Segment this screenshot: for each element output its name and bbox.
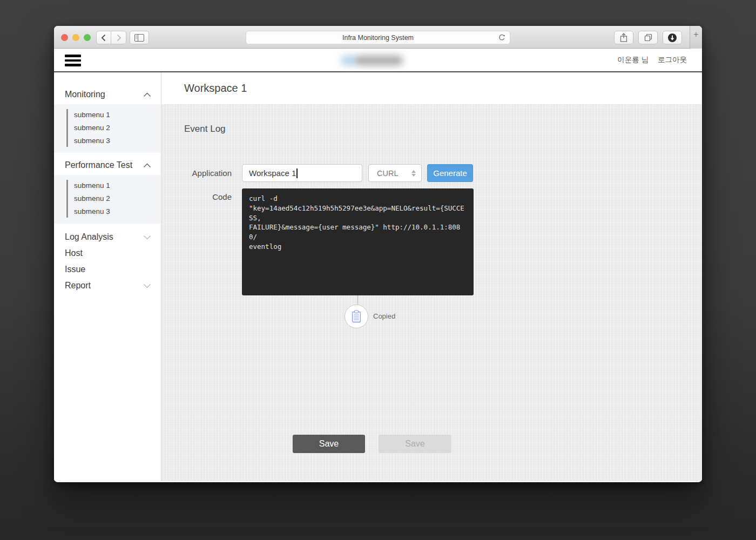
sidebar-subitem[interactable]: submenu 3 bbox=[54, 134, 161, 147]
tabs-icon bbox=[644, 33, 652, 42]
sidebar-item-performance-test[interactable]: Performance Test bbox=[54, 157, 161, 173]
sidebar-item-issue[interactable]: Issue bbox=[54, 261, 161, 278]
new-tab-button[interactable]: + bbox=[690, 26, 702, 49]
sidebar-item-label: Monitoring bbox=[65, 90, 105, 99]
save-button-disabled[interactable]: Save bbox=[379, 435, 451, 453]
save-button[interactable]: Save bbox=[293, 435, 365, 453]
sidebar-subitem[interactable]: submenu 3 bbox=[54, 205, 161, 218]
toolbar-right-buttons bbox=[614, 31, 682, 44]
sidebar-subitem[interactable]: submenu 1 bbox=[54, 109, 161, 122]
chevron-right-icon bbox=[116, 33, 122, 42]
clipboard-icon bbox=[351, 310, 362, 323]
generate-button[interactable]: Generate bbox=[427, 164, 473, 182]
copy-button[interactable] bbox=[345, 305, 368, 328]
sidebar-toggle-button[interactable] bbox=[130, 31, 149, 44]
sidebar-item-label: Issue bbox=[65, 265, 85, 274]
browser-window: Infra Monitoring System bbox=[54, 26, 702, 482]
hamburger-bar bbox=[65, 64, 81, 66]
reload-icon bbox=[498, 33, 506, 42]
sidebar-item-label: Log Analysis bbox=[65, 232, 113, 242]
plus-icon: + bbox=[693, 30, 698, 39]
connector-line bbox=[357, 295, 358, 305]
sidebar-subitem[interactable]: submenu 2 bbox=[54, 122, 161, 134]
sidebar-panel-icon bbox=[134, 34, 144, 42]
forward-button[interactable] bbox=[111, 31, 126, 44]
page-canvas: Event Log Application Workspace 1 CURL G… bbox=[161, 104, 702, 481]
chevron-down-icon bbox=[143, 235, 151, 240]
main-panel: Workspace 1 Event Log Application Worksp… bbox=[161, 72, 702, 481]
code-label: Code bbox=[161, 192, 232, 201]
share-icon bbox=[620, 33, 627, 42]
copied-label: Copied bbox=[373, 312, 395, 320]
sidebar-item-monitoring[interactable]: Monitoring bbox=[54, 86, 161, 103]
back-button[interactable] bbox=[96, 31, 111, 44]
address-bar-title: Infra Monitoring System bbox=[342, 34, 414, 42]
format-select[interactable]: CURL bbox=[368, 164, 422, 182]
hamburger-bar bbox=[65, 59, 81, 62]
submenu-indicator-bar bbox=[66, 180, 68, 218]
minimize-window-button[interactable] bbox=[72, 34, 79, 41]
traffic-lights bbox=[61, 26, 91, 49]
content-area: Monitoring submenu 1 submenu 2 submenu 3… bbox=[54, 72, 702, 481]
user-links: 이운룡 님 로그아웃 bbox=[617, 49, 687, 71]
submenu-monitoring: submenu 1 submenu 2 submenu 3 bbox=[54, 104, 161, 153]
submenu-indicator-bar bbox=[66, 109, 68, 147]
sidebar-item-label: Performance Test bbox=[65, 160, 132, 170]
select-stepper-icon bbox=[411, 170, 416, 177]
browser-titlebar: Infra Monitoring System bbox=[54, 26, 702, 49]
sidebar-subitem[interactable]: submenu 1 bbox=[54, 179, 161, 192]
download-icon bbox=[667, 33, 677, 43]
logout-link[interactable]: 로그아웃 bbox=[658, 55, 687, 65]
share-button[interactable] bbox=[614, 31, 633, 44]
page-title-band: Workspace 1 bbox=[161, 72, 702, 104]
application-label: Application bbox=[161, 164, 232, 182]
chevron-up-icon bbox=[143, 92, 151, 97]
sidebar-item-label: Host bbox=[65, 248, 83, 258]
tab-overview-button[interactable] bbox=[638, 31, 658, 44]
app-header: 이운룡 님 로그아웃 bbox=[54, 49, 702, 72]
nav-buttons bbox=[96, 31, 126, 44]
app-logo-blurred bbox=[340, 52, 416, 69]
code-block[interactable]: curl -d "key=14aed54c12h519h5h5297ee3e&a… bbox=[242, 188, 474, 295]
sidebar-item-label: Report bbox=[65, 281, 91, 291]
text-caret bbox=[296, 168, 298, 178]
sidebar: Monitoring submenu 1 submenu 2 submenu 3… bbox=[54, 72, 161, 481]
sidebar-item-host[interactable]: Host bbox=[54, 245, 161, 261]
sidebar-item-log-analysis[interactable]: Log Analysis bbox=[54, 229, 161, 245]
page-title: Workspace 1 bbox=[184, 82, 247, 94]
close-window-button[interactable] bbox=[61, 34, 68, 41]
format-select-value: CURL bbox=[377, 169, 398, 178]
sidebar-item-report[interactable]: Report bbox=[54, 278, 161, 294]
code-text: curl -d "key=14aed54c12h519h5h5297ee3e&a… bbox=[249, 194, 467, 252]
hamburger-menu-button[interactable] bbox=[65, 55, 81, 69]
application-input[interactable]: Workspace 1 bbox=[242, 164, 362, 182]
application-input-value: Workspace 1 bbox=[249, 168, 296, 178]
downloads-button[interactable] bbox=[663, 31, 682, 44]
zoom-window-button[interactable] bbox=[84, 34, 91, 41]
section-title: Event Log bbox=[184, 124, 226, 134]
username-link[interactable]: 이운룡 님 bbox=[617, 55, 649, 65]
chevron-down-icon bbox=[143, 284, 151, 288]
hamburger-bar bbox=[65, 55, 81, 57]
chevron-left-icon bbox=[100, 33, 107, 42]
chevron-up-icon bbox=[143, 163, 151, 168]
address-bar[interactable]: Infra Monitoring System bbox=[246, 31, 510, 44]
submenu-performance-test: submenu 1 submenu 2 submenu 3 bbox=[54, 175, 161, 224]
sidebar-subitem[interactable]: submenu 2 bbox=[54, 192, 161, 205]
reload-button[interactable] bbox=[498, 33, 506, 43]
logo-blob-gray bbox=[355, 56, 403, 65]
